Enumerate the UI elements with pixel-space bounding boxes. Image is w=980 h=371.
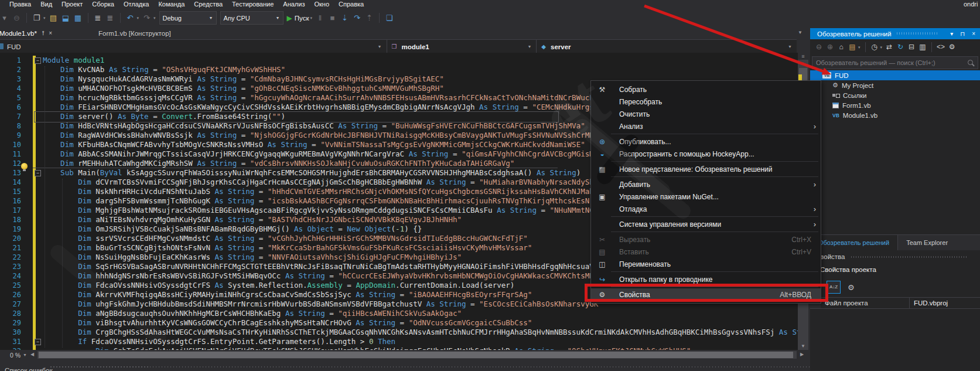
chevron-down-icon: ▾: [153, 16, 156, 21]
property-value[interactable]: FUD.vbproj: [914, 299, 948, 307]
tree-item-form1-file[interactable]: Form1.vb: [810, 100, 980, 110]
menu-Сборка[interactable]: Сборка: [87, 0, 119, 9]
start-debugging-button[interactable]: ▶ Пуск ▾: [287, 14, 312, 22]
tree-item-my-project[interactable]: ⚙My Project: [810, 80, 980, 90]
properties-title-bar[interactable]: Свойства: [810, 251, 980, 263]
scroll-right-icon[interactable]: ▶: [800, 352, 804, 357]
menu-Справка[interactable]: Справка: [334, 0, 368, 9]
tab-team-explorer[interactable]: Team Explorer: [897, 235, 956, 250]
menu-Проект[interactable]: Проект: [57, 0, 87, 9]
code-line-1[interactable]: 1Module module1: [0, 56, 798, 65]
solution-explorer-search-input[interactable]: Обозреватель решений — поиск (Ctrl+;): [812, 56, 978, 69]
context-menu-item-hockeyapp[interactable]: ◒Распространить с помощью HockeyApp...: [591, 148, 821, 160]
stop-icon[interactable]: ■: [328, 13, 337, 22]
split-editor-handle[interactable]: ≡: [798, 53, 808, 60]
platform-select[interactable]: Any CPU ▼: [220, 11, 284, 25]
context-menu-item-debug[interactable]: Отладка›: [591, 203, 821, 215]
overflow-chevron-icon[interactable]: ▾: [0, 13, 9, 22]
horizontal-scroll-track[interactable]: [37, 351, 797, 359]
step-out-icon[interactable]: ⇡: [365, 13, 374, 22]
editor-zoom-select[interactable]: 0 % ▼: [0, 350, 27, 359]
context-menu-item-add[interactable]: Добавить›: [591, 178, 821, 190]
save-icon[interactable]: ⬓: [62, 13, 70, 22]
line-outdent-icon[interactable]: ≣: [106, 13, 115, 22]
context-menu-item-new-scoped-view[interactable]: ▦Новое представление: Обозреватель решен…: [591, 163, 821, 175]
sync-with-active-document-icon[interactable]: ⇄: [885, 43, 893, 52]
pause-icon[interactable]: ‖: [316, 13, 325, 22]
context-menu-item-rename[interactable]: ◫Переименовать: [591, 258, 821, 270]
properties-wrench-icon[interactable]: ⚙: [948, 43, 956, 52]
show-all-files-icon[interactable]: ▥: [918, 43, 927, 52]
menu-Средства[interactable]: Средства: [189, 0, 227, 9]
forward-icon[interactable]: ⊕: [826, 43, 834, 52]
step-into-icon[interactable]: ⇣: [340, 13, 349, 22]
menu-Отладка[interactable]: Отладка: [119, 0, 153, 9]
context-menu-item-rebuild[interactable]: Пересобрать: [591, 96, 821, 108]
tree-item-module1-file[interactable]: VBModule1.vb: [810, 110, 980, 120]
navbar-member-dropdown[interactable]: ◆ server ▼: [537, 40, 797, 53]
menu-Окно[interactable]: Окно: [309, 0, 334, 9]
close-icon[interactable]: ×: [972, 30, 975, 37]
view-code-icon[interactable]: <>: [937, 43, 945, 52]
scroll-down-icon[interactable]: ▼: [798, 343, 808, 349]
menu-Анализ[interactable]: Анализ: [278, 0, 309, 9]
navbar-type-dropdown[interactable]: ❒ module1 ▼: [387, 40, 537, 53]
chevron-down-icon: ▾: [310, 16, 312, 21]
fold-collapse-icon[interactable]: −: [35, 170, 41, 176]
find-in-files-icon[interactable]: ❏: [385, 13, 394, 22]
navbar-project-dropdown[interactable]: FUD ▼: [0, 40, 387, 53]
switch-views-icon[interactable]: ▤: [848, 43, 856, 52]
home-icon[interactable]: ⌂: [837, 43, 845, 52]
context-menu-item-analyze[interactable]: Анализ›: [591, 120, 821, 132]
pending-changes-filter-icon[interactable]: ◷: [870, 43, 879, 52]
scroll-left-icon[interactable]: ◀: [30, 352, 34, 357]
save-all-icon[interactable]: ▦: [74, 13, 83, 22]
tab-overflow-chevron-icon[interactable]: ▼: [798, 30, 803, 35]
horizontal-scroll-thumb[interactable]: [39, 352, 793, 358]
collapse-all-icon[interactable]: ⊟: [907, 43, 916, 52]
scroll-up-icon[interactable]: ▲: [798, 61, 808, 66]
code-line-29[interactable]: 29 Dim viBhsgtvAhurhhtKyVCsWNGsGOWCCyChr…: [0, 318, 798, 328]
fold-collapse-icon[interactable]: −: [35, 57, 41, 64]
code-line-30[interactable]: 30 Dim CrgBChgHSsSdAhasHtWEGCcVuMMsNsaCs…: [0, 328, 798, 337]
menu-Правка[interactable]: Правка: [5, 0, 36, 9]
nav-back-icon[interactable]: ⊖: [12, 13, 21, 22]
code-line-28[interactable]: 28 Dim aNgBBdsugcauqhsOuvhNKhhHgMCBrCsWH…: [0, 309, 798, 318]
menu-Команда[interactable]: Команда: [153, 0, 189, 9]
window-position-icon[interactable]: ▾: [950, 30, 953, 37]
line-number: 18: [0, 215, 21, 224]
tab-module1[interactable]: Module1.vb* ⊸ ×: [0, 27, 56, 39]
code-line-2[interactable]: 2 Dim KvCNAb As String = "OShsVHguqFKtJC…: [0, 65, 798, 74]
back-icon[interactable]: ⊖: [815, 43, 823, 52]
open-file-icon[interactable]: ▤: [49, 13, 58, 22]
context-menu-item-build[interactable]: ⚒Собрать: [591, 83, 821, 96]
new-project-icon[interactable]: ❐: [32, 13, 41, 22]
tree-item-project-fud[interactable]: VBFUD: [810, 70, 980, 80]
code-line-31[interactable]: 31 If FdcaOVssNNHsivOSyssdgtCrFS.EntryPo…: [0, 337, 798, 346]
undo-icon[interactable]: ↶: [126, 13, 135, 22]
properties-object-select[interactable]: Свойства проекта: [820, 266, 876, 273]
menu-Вид[interactable]: Вид: [36, 0, 57, 9]
pin-icon[interactable]: ⊸: [40, 30, 46, 35]
close-icon[interactable]: ×: [49, 30, 52, 36]
redo-icon[interactable]: ↷: [142, 13, 151, 22]
line-indent-icon[interactable]: ≣: [94, 13, 103, 22]
context-menu-item-clean[interactable]: Очистить: [591, 108, 821, 120]
debug-configuration-select[interactable]: Debug ▼: [159, 11, 217, 25]
tree-item-references[interactable]: Ссылки: [810, 90, 980, 100]
fold-collapse-icon[interactable]: −: [35, 339, 41, 345]
sort-alphabetical-icon[interactable]: A↓Z: [827, 281, 841, 294]
property-row[interactable]: Файл проекта FUD.vbproj: [810, 297, 980, 309]
refresh-icon[interactable]: ↻: [896, 43, 904, 52]
context-menu-item-nuget[interactable]: ▣Управление пакетами NuGet...: [591, 190, 821, 203]
tab-form1-designer[interactable]: Form1.vb [Конструктор]: [98, 27, 171, 39]
menu-Тестирование[interactable]: Тестирование: [227, 0, 278, 9]
solution-explorer-title-bar[interactable]: Обозреватель решений ▾⊓×: [810, 28, 980, 39]
tab-solution-explorer[interactable]: Обозреватель решений: [810, 235, 897, 250]
auto-hide-pin-icon[interactable]: ⊓: [960, 30, 965, 37]
step-over-icon[interactable]: ↷: [353, 13, 361, 22]
context-menu-item-publish[interactable]: ⊛Опубликовать...: [591, 135, 821, 148]
grid-divider[interactable]: [909, 298, 910, 308]
context-menu-item-source-control[interactable]: Система управления версиями›: [591, 218, 821, 230]
wrench-icon[interactable]: ⚙: [848, 283, 855, 292]
